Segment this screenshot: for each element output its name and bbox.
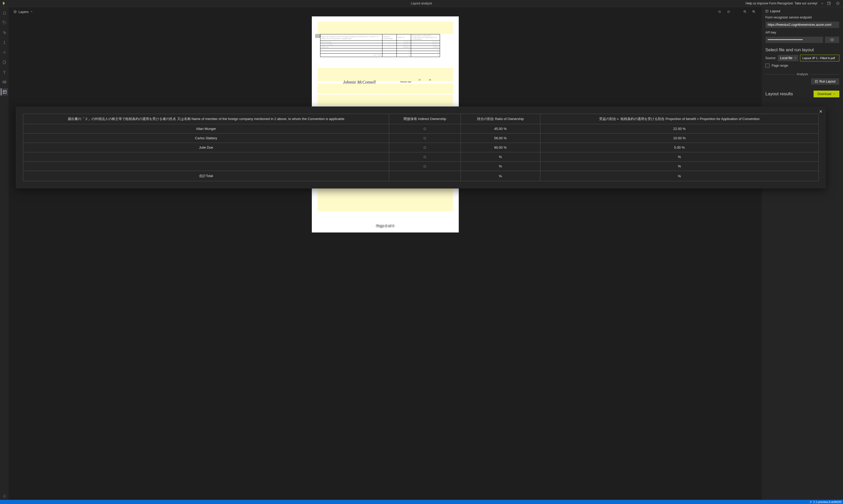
source-select[interactable]: Local file xyxy=(778,55,798,61)
undo-icon[interactable] xyxy=(716,8,723,15)
run-layout-button[interactable]: Run Layout xyxy=(811,78,839,85)
version-text: 2.1-preview.3-dcfb033 xyxy=(813,500,841,503)
mini-th-3: Ratio of xyxy=(397,34,411,41)
apikey-input[interactable] xyxy=(766,36,823,43)
svg-rect-0 xyxy=(828,2,830,5)
table-row: 合計Total%% xyxy=(23,171,819,181)
select-file-heading: Select file and run layout xyxy=(766,48,839,53)
canvas-toolbar: Layers xyxy=(8,7,762,16)
mini-th-2: Indirect Ownership xyxy=(382,34,397,41)
svg-point-3 xyxy=(3,22,4,22)
table-row: Allan Munger□45.00 %22.00 % xyxy=(23,124,819,133)
modal-th-3: 持分の割合 Ratio of Ownership xyxy=(461,114,540,124)
eff-date-y: 15 xyxy=(419,79,421,81)
modal-th-2: 間接保有 Indirect Ownership xyxy=(389,114,461,124)
signature-text: Johnnie McConnell xyxy=(343,80,376,85)
table-modal: ✕ 届出書の「２」の外国法人の株主等で租税条約の適用を受ける者の氏名 又は名称 … xyxy=(16,107,826,188)
modal-th-1: 届出書の「２」の外国法人の株主等で租税条約の適用を受ける者の氏名 又は名称 Na… xyxy=(23,114,389,124)
svg-text:?: ? xyxy=(837,2,839,5)
analysis-divider: Analysis xyxy=(766,72,839,76)
mini-th-1: Name of member of the foreign company me… xyxy=(320,34,382,41)
file-selector[interactable]: Layout JP 1 - Filled In.pdf xyxy=(800,55,839,61)
table-indicator-icon[interactable] xyxy=(315,34,320,38)
survey-dismiss-icon[interactable]: ✕ xyxy=(821,2,823,5)
status-bar: 2.1-preview.3-dcfb033 xyxy=(0,500,843,504)
table-row: Julie Doe□80.00 %5.00 % xyxy=(23,143,819,152)
layers-dropdown[interactable]: Layers xyxy=(13,10,33,14)
apikey-label: API key xyxy=(766,31,839,34)
svg-rect-7 xyxy=(3,61,5,64)
modal-th-4: 受益の割合＝ 租税条約の適用を受ける割合 Proportion of benef… xyxy=(540,114,819,124)
nav-settings-icon[interactable] xyxy=(1,492,8,500)
nav-train-icon[interactable] xyxy=(1,49,8,56)
popout-icon[interactable] xyxy=(826,0,832,6)
branch-icon xyxy=(810,501,812,503)
page-number: Page 2 of 4 xyxy=(376,224,394,228)
nav-tag-icon[interactable] xyxy=(1,19,8,26)
table-row: □%% xyxy=(23,152,819,162)
page-range-checkbox[interactable] xyxy=(766,64,770,68)
table-row: □%% xyxy=(23,162,819,171)
source-label: Source: xyxy=(766,56,776,60)
left-sidebar xyxy=(0,7,8,500)
svg-rect-14 xyxy=(766,10,768,12)
nav-connect-icon[interactable] xyxy=(1,69,8,76)
extracted-table: 届出書の「２」の外国法人の株主等で租税条約の適用を受ける者の氏名 又は名称 Na… xyxy=(23,114,819,181)
mini-extracted-table: Name of member of the foreign company me… xyxy=(320,34,440,57)
nav-card-icon[interactable] xyxy=(1,78,8,86)
svg-point-15 xyxy=(831,39,832,40)
window-title: Layout analyze xyxy=(411,2,432,5)
eff-label: Effective date xyxy=(400,81,411,83)
reveal-password-icon[interactable] xyxy=(825,36,839,43)
title-bar: Layout analyze Help us improve Form Reco… xyxy=(0,0,843,7)
eff-date-m: 20 xyxy=(429,79,431,81)
close-icon[interactable]: ✕ xyxy=(819,109,822,114)
svg-point-11 xyxy=(4,496,5,497)
help-icon[interactable]: ? xyxy=(835,0,841,6)
nav-shapes-icon[interactable] xyxy=(1,29,8,36)
layout-heading-text: Layout xyxy=(770,9,780,13)
svg-rect-16 xyxy=(815,80,818,83)
endpoint-input[interactable] xyxy=(766,21,839,28)
svg-point-19 xyxy=(811,501,812,502)
nav-compose-icon[interactable] xyxy=(1,39,8,46)
layout-heading: Layout xyxy=(766,9,839,13)
chevron-down-icon xyxy=(833,93,836,95)
page-range-label: Page range: xyxy=(772,64,789,68)
svg-rect-5 xyxy=(4,33,6,34)
svg-point-6 xyxy=(4,52,5,53)
document-canvas[interactable]: Name of member of the foreign company me… xyxy=(8,16,762,500)
zoom-out-icon[interactable] xyxy=(742,8,748,15)
redo-icon[interactable] xyxy=(725,8,732,15)
nav-add-doc-icon[interactable] xyxy=(1,58,8,66)
download-button[interactable]: Download xyxy=(813,91,839,97)
chevron-down-icon xyxy=(30,11,33,13)
layers-label: Layers xyxy=(18,10,29,14)
right-panel: Layout Form recognizer service endpoint … xyxy=(762,7,843,500)
survey-link[interactable]: Help us improve Form Recognizer. Take ou… xyxy=(745,2,818,5)
svg-point-9 xyxy=(3,82,4,83)
table-row: Carlos Slattery□56.00 %10.00 % xyxy=(23,133,819,143)
svg-point-18 xyxy=(810,502,811,503)
nav-home-icon[interactable] xyxy=(1,9,8,16)
svg-point-17 xyxy=(810,501,811,502)
results-heading: Layout results xyxy=(766,91,793,96)
mini-th-4: Proportion of Benefit = Proportion for A… xyxy=(411,34,440,41)
app-logo-icon xyxy=(0,0,7,7)
zoom-in-icon[interactable] xyxy=(751,8,757,15)
svg-rect-10 xyxy=(3,90,6,93)
endpoint-label: Form recognizer service endpoint xyxy=(766,16,839,19)
nav-layout-icon[interactable] xyxy=(1,88,8,95)
